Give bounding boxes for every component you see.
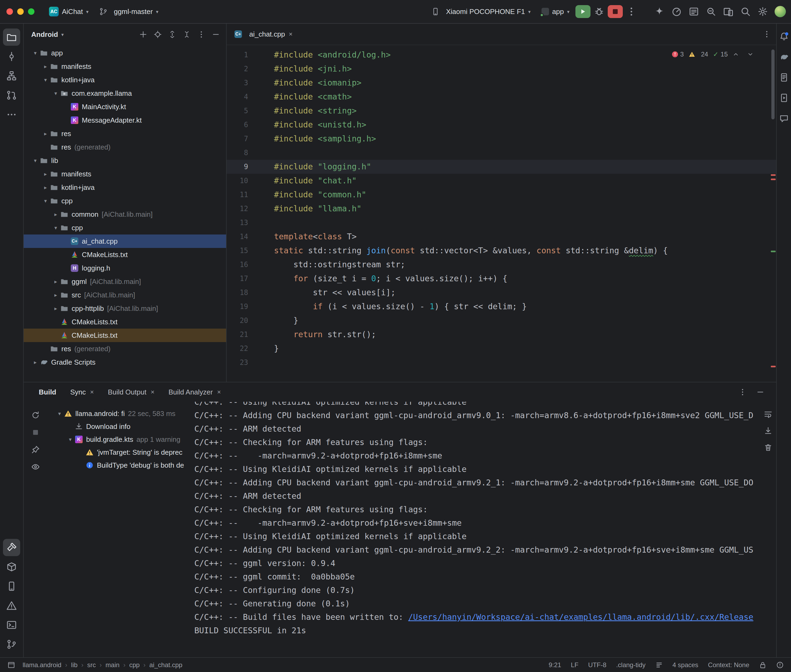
packages-icon[interactable]	[3, 558, 20, 576]
notifications-icon[interactable]	[778, 30, 791, 43]
chevron-down-icon[interactable]: ▾	[41, 198, 50, 204]
project-item-cpp-httplib[interactable]: ▸cpp-httplib[AiChat.lib.main]	[24, 302, 226, 315]
breadcrumb-cpp[interactable]: cpp	[129, 661, 140, 669]
code-line-14[interactable]: 14template<class T>	[226, 230, 776, 244]
error-stripe-mark[interactable]	[771, 366, 776, 367]
project-item-cpp[interactable]: ▾cpp	[24, 194, 226, 208]
version-control-icon[interactable]	[3, 636, 20, 653]
breadcrumb-main[interactable]: main	[106, 661, 119, 669]
logcat-icon[interactable]	[686, 5, 701, 19]
project-item-cmakelists-txt[interactable]: CMakeLists.txt	[24, 248, 226, 261]
device-explorer-icon[interactable]	[778, 71, 791, 84]
project-item-gradle-scripts[interactable]: ▸Gradle Scripts	[24, 355, 226, 369]
code-line-19[interactable]: 19 if (i < values.size() - 1) { str << d…	[226, 299, 776, 314]
error-stripe-mark[interactable]	[771, 174, 776, 176]
more-horizontal-icon[interactable]	[3, 106, 20, 123]
running-devices-icon[interactable]	[778, 91, 791, 104]
project-item-common[interactable]: ▸common[AiChat.lib.main]	[24, 208, 226, 221]
build-item-build-gradle-kts[interactable]: ▾Kbuild.gradle.ktsapp 1 warning	[47, 433, 190, 446]
project-item-ggml[interactable]: ▸ggml[AiChat.lib.main]	[24, 275, 226, 288]
typos-badge[interactable]: ✓ 15	[713, 51, 728, 58]
warnings-badge[interactable]: 24	[688, 51, 708, 58]
refresh-icon[interactable]	[30, 409, 42, 421]
project-item-manifests[interactable]: ▸manifests	[24, 167, 226, 181]
chevron-down-icon[interactable]: ▾	[30, 50, 40, 56]
code-style-icon[interactable]	[655, 661, 663, 669]
clang-tidy-status[interactable]: .clang-tidy	[616, 661, 645, 669]
expand-all-icon[interactable]	[166, 29, 178, 40]
build-tool-title[interactable]: Build	[39, 388, 56, 396]
project-item-cmakelists-txt[interactable]: CMakeLists.txt	[24, 329, 226, 342]
project-view-selector[interactable]: Android ▾	[31, 30, 64, 39]
code-line-11[interactable]: 11#include "common.h"	[226, 188, 776, 202]
error-stripe-mark[interactable]	[771, 251, 776, 252]
zoom-window-button[interactable]	[28, 8, 34, 15]
code-line-9[interactable]: 9#include "logging.h"	[226, 160, 776, 174]
project-item-cpp[interactable]: ▾cpp	[24, 221, 226, 235]
project-item-manifests[interactable]: ▸manifests	[24, 60, 226, 73]
project-item-src[interactable]: ▸src[AiChat.lib.main]	[24, 288, 226, 302]
errors-badge[interactable]: ! 3	[672, 51, 684, 58]
settings-icon[interactable]	[755, 5, 770, 19]
build-tab-sync[interactable]: Sync×	[70, 388, 94, 396]
device-selector[interactable]: Xiaomi POCOPHONE F1 ▾	[427, 5, 535, 18]
close-icon[interactable]: ×	[217, 388, 221, 396]
chevron-right-icon[interactable]: ▸	[30, 359, 40, 365]
indent-setting[interactable]: 4 spaces	[672, 661, 698, 669]
gradle-icon[interactable]	[778, 51, 791, 64]
context-indicator[interactable]: Context: None	[708, 661, 749, 669]
lock-icon[interactable]	[759, 661, 767, 669]
code-line-20[interactable]: 20 }	[226, 314, 776, 328]
build-icon[interactable]	[3, 539, 20, 556]
build-item-buildtype-debug-is-both-de[interactable]: BuildType 'debug' is both de	[47, 459, 190, 472]
code-line-23[interactable]: 23	[226, 355, 776, 370]
breadcrumb-src[interactable]: src	[87, 661, 96, 669]
error-stripe-mark[interactable]	[771, 179, 776, 180]
soft-wrap-icon[interactable]	[762, 408, 774, 420]
tab-options-icon[interactable]	[763, 30, 771, 38]
code-line-8[interactable]: 8	[226, 146, 776, 160]
terminal-icon[interactable]	[3, 616, 20, 634]
project-item-cmakelists-txt[interactable]: CMakeLists.txt	[24, 315, 226, 329]
hide-icon[interactable]	[210, 29, 222, 40]
breadcrumb-lib[interactable]: lib	[71, 661, 77, 669]
chevron-down-icon[interactable]: ▾	[66, 436, 75, 443]
project-item-mainactivity-kt[interactable]: KMainActivity.kt	[24, 100, 226, 114]
code-line-22[interactable]: 22}	[226, 341, 776, 355]
pull-requests-icon[interactable]	[3, 86, 20, 104]
code-line-21[interactable]: 21 return str.str();	[226, 328, 776, 341]
structure-icon[interactable]	[3, 67, 20, 85]
chevron-right-icon[interactable]: ▸	[41, 130, 50, 137]
chevron-right-icon[interactable]: ▸	[51, 305, 60, 312]
editor-scrollbar[interactable]	[771, 50, 775, 119]
console-link[interactable]: /Users/hanyin/Workspace/ai-chat/examples…	[408, 612, 753, 622]
more-actions-button[interactable]	[624, 5, 639, 18]
chevron-down-icon[interactable]: ▾	[51, 90, 60, 96]
code-line-4[interactable]: 4#include <cmath>	[226, 90, 776, 104]
stop-button[interactable]	[608, 5, 623, 18]
search-icon[interactable]	[738, 5, 753, 19]
chevron-right-icon[interactable]: ▸	[51, 292, 60, 298]
build-tab-build-analyzer[interactable]: Build Analyzer×	[168, 388, 221, 396]
more-vertical-icon[interactable]	[196, 29, 207, 40]
project-item-kotlin-java[interactable]: ▾kotlin+java	[24, 73, 226, 86]
code-line-3[interactable]: 3#include <iomanip>	[226, 76, 776, 90]
pin-icon[interactable]	[30, 444, 42, 456]
close-icon[interactable]: ×	[289, 30, 292, 38]
project-item-logging-h[interactable]: Hlogging.h	[24, 261, 226, 275]
branch-selector[interactable]: ggml-master ▾	[95, 5, 164, 18]
chevron-right-icon[interactable]: ▸	[51, 211, 60, 218]
caret-position[interactable]: 9:21	[549, 661, 561, 669]
chevron-down-icon[interactable]: ▾	[30, 157, 40, 164]
device-manager-icon[interactable]	[3, 578, 20, 595]
app-inspection-icon[interactable]	[704, 5, 719, 19]
next-problem-icon[interactable]	[747, 51, 754, 58]
close-icon[interactable]: ×	[90, 388, 94, 396]
project-item-ai-chat-cpp[interactable]: C+ai_chat.cpp	[24, 235, 226, 248]
assistant-icon[interactable]	[778, 112, 791, 125]
code-line-17[interactable]: 17 for (size_t i = 0; i < values.size();…	[226, 272, 776, 286]
chevron-down-icon[interactable]: ▾	[51, 224, 60, 231]
project-item-res[interactable]: res(generated)	[24, 342, 226, 355]
collapse-all-icon[interactable]	[181, 29, 193, 40]
project-item-lib[interactable]: ▾lib	[24, 154, 226, 167]
